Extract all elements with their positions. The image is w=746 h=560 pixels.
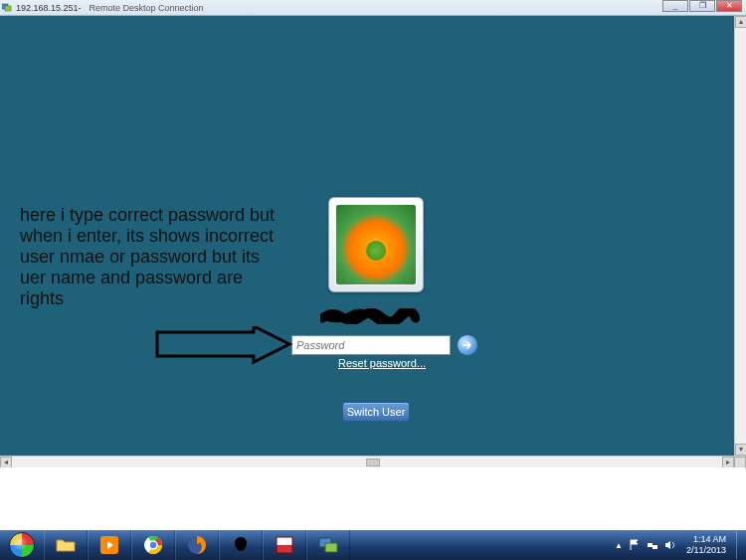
svg-rect-8 xyxy=(277,537,292,545)
scroll-down-button[interactable]: ▾ xyxy=(735,444,746,456)
switch-user-button[interactable]: Switch User xyxy=(342,402,410,422)
chrome-icon xyxy=(142,534,164,556)
show-hidden-icons-button[interactable]: ▲ xyxy=(615,541,623,550)
flower-avatar-icon xyxy=(335,204,417,285)
username-redacted xyxy=(320,308,420,324)
windows-logo-icon xyxy=(9,532,35,558)
taskbar-item-media-player[interactable] xyxy=(88,530,131,560)
submit-arrow-button[interactable] xyxy=(457,334,478,356)
taskbar: ▲ 1:14 AM 2/11/2013 xyxy=(0,530,746,560)
tray-time: 1:14 AM xyxy=(686,534,726,545)
tray-clock[interactable]: 1:14 AM 2/11/2013 xyxy=(682,534,730,556)
taskbar-item-pdf-reader[interactable] xyxy=(263,530,306,560)
flag-icon[interactable] xyxy=(629,539,641,551)
rdp-titlebar: 192.168.15.251 - Remote Desktop Connecti… xyxy=(0,0,746,16)
svg-rect-12 xyxy=(648,543,653,547)
media-player-icon xyxy=(98,534,120,556)
taskbar-item-file-explorer[interactable] xyxy=(44,530,88,560)
arrow-right-icon xyxy=(462,339,473,351)
start-button[interactable] xyxy=(0,530,44,560)
titlebar-app-name: Remote Desktop Connection xyxy=(90,3,204,13)
annotation-text: here i type correct password but when i … xyxy=(20,205,279,309)
show-desktop-button[interactable] xyxy=(736,531,742,559)
page-whitespace xyxy=(0,476,746,530)
firefox-icon xyxy=(186,534,208,556)
blob-icon xyxy=(230,534,252,556)
window-close-button[interactable]: ✕ xyxy=(716,0,742,12)
svg-rect-1 xyxy=(5,6,11,11)
rdp-icon xyxy=(2,2,12,12)
svg-rect-13 xyxy=(653,545,657,549)
rdp-taskbar-icon xyxy=(317,534,339,556)
scroll-corner xyxy=(734,457,746,467)
scroll-right-button[interactable]: ▸ xyxy=(722,457,734,467)
titlebar-ip: 192.168.15.251 xyxy=(16,3,79,13)
folder-icon xyxy=(55,534,77,556)
scroll-up-button[interactable]: ▴ xyxy=(735,16,746,28)
svg-rect-11 xyxy=(325,543,337,552)
scroll-grip[interactable] xyxy=(366,459,380,467)
tray-date: 2/11/2013 xyxy=(686,545,726,556)
taskbar-item-unknown[interactable] xyxy=(219,530,263,560)
remote-desktop-viewport: Reset password... Switch User here i typ… xyxy=(0,16,746,467)
window-minimize-button[interactable]: _ xyxy=(662,0,688,12)
volume-icon[interactable] xyxy=(664,539,676,551)
scroll-left-button[interactable]: ◂ xyxy=(0,457,12,467)
taskbar-item-chrome[interactable] xyxy=(131,530,175,560)
system-tray: ▲ 1:14 AM 2/11/2013 xyxy=(615,530,746,560)
reset-password-link[interactable]: Reset password... xyxy=(338,357,426,369)
horizontal-scrollbar[interactable]: ◂ ▸ xyxy=(0,456,746,467)
user-avatar-tile xyxy=(328,197,424,292)
taskbar-item-rdp[interactable] xyxy=(306,530,350,560)
taskbar-item-firefox[interactable] xyxy=(175,530,219,560)
window-maximize-button[interactable]: ❐ xyxy=(689,0,715,12)
annotation-arrow-icon xyxy=(154,326,293,366)
password-input[interactable] xyxy=(291,335,451,355)
vertical-scrollbar[interactable]: ▴ ▾ xyxy=(734,16,746,456)
pdf-icon xyxy=(274,534,295,556)
network-icon[interactable] xyxy=(647,539,658,551)
